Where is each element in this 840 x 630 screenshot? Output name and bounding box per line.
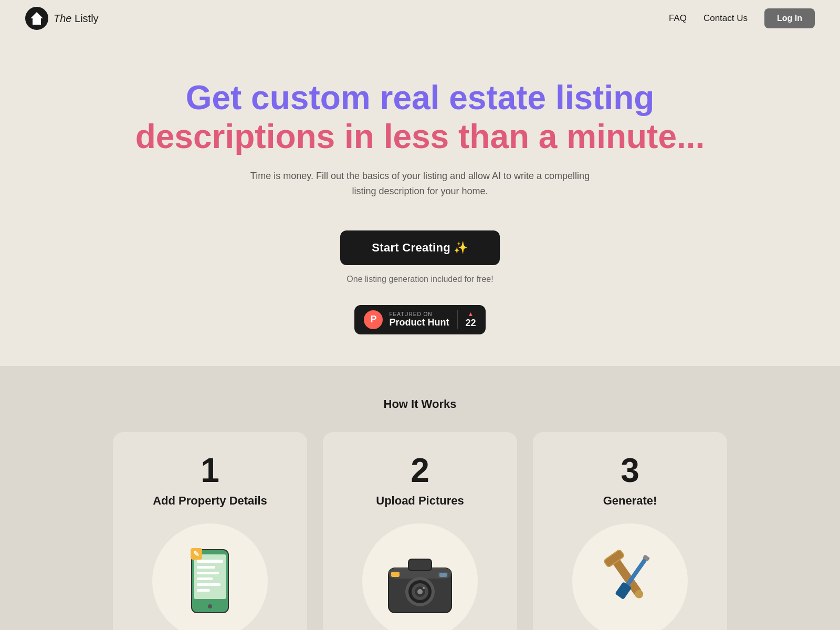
step-3-title: Generate! bbox=[603, 494, 657, 508]
product-hunt-text: FEATURED ON Product Hunt bbox=[389, 311, 449, 328]
step-card-1: 1 Add Property Details ✎ bbox=[113, 432, 307, 630]
step-1-icon: ✎ bbox=[171, 542, 249, 621]
product-hunt-logo: P bbox=[364, 310, 383, 329]
hero-subtext: Time is money. Fill out the basics of yo… bbox=[242, 169, 598, 199]
svg-rect-4 bbox=[197, 566, 215, 569]
svg-rect-6 bbox=[197, 578, 213, 580]
svg-rect-21 bbox=[391, 572, 400, 577]
how-it-works-title: How It Works bbox=[42, 397, 798, 411]
hero-headline-part1: Get custom real estate listing bbox=[186, 79, 655, 117]
hero-headline: Get custom real estate listing descripti… bbox=[135, 79, 705, 156]
step-1-image: ✎ bbox=[152, 523, 268, 630]
svg-point-20 bbox=[423, 587, 425, 589]
logo-icon bbox=[25, 7, 48, 30]
step-3-icon bbox=[588, 539, 672, 623]
svg-rect-8 bbox=[197, 589, 210, 592]
step-3-number: 3 bbox=[621, 451, 639, 490]
step-3-image bbox=[572, 523, 688, 630]
ph-featured-label: FEATURED ON bbox=[389, 311, 432, 317]
navbar: The Listly FAQ Contact Us Log In bbox=[0, 0, 840, 37]
step-1-title: Add Property Details bbox=[153, 494, 267, 508]
step-2-number: 2 bbox=[411, 451, 429, 490]
nav-contact-link[interactable]: Contact Us bbox=[704, 13, 748, 24]
nav-links: FAQ Contact Us Log In bbox=[669, 8, 815, 28]
hero-headline-part2: descriptions in less than a minute... bbox=[135, 118, 705, 155]
ph-vote-block: ▲ 22 bbox=[457, 310, 476, 329]
svg-text:✎: ✎ bbox=[193, 550, 200, 558]
svg-rect-7 bbox=[197, 583, 220, 586]
ph-product-name: Product Hunt bbox=[389, 317, 449, 328]
hero-section: Get custom real estate listing descripti… bbox=[0, 37, 840, 366]
step-card-2: 2 Upload Pictures bbox=[323, 432, 517, 630]
step-1-number: 1 bbox=[201, 451, 219, 490]
step-2-icon bbox=[378, 539, 462, 623]
step-2-title: Upload Pictures bbox=[376, 494, 464, 508]
step-card-3: 3 Generate! bbox=[533, 432, 727, 630]
svg-rect-3 bbox=[197, 560, 223, 563]
svg-point-9 bbox=[208, 604, 212, 608]
how-it-works-section: How It Works 1 Add Property Details bbox=[0, 366, 840, 630]
steps-row: 1 Add Property Details ✎ bbox=[42, 432, 798, 630]
login-button[interactable]: Log In bbox=[764, 8, 815, 28]
start-creating-button[interactable]: Start Creating ✨ bbox=[340, 230, 499, 265]
free-note: One listing generation included for free… bbox=[346, 275, 493, 284]
product-hunt-badge[interactable]: P FEATURED ON Product Hunt ▲ 22 bbox=[354, 305, 485, 334]
ph-vote-count: 22 bbox=[465, 318, 476, 329]
nav-faq-link[interactable]: FAQ bbox=[669, 13, 687, 24]
svg-rect-5 bbox=[197, 572, 219, 574]
logo-text: The Listly bbox=[54, 13, 99, 25]
logo-area[interactable]: The Listly bbox=[25, 7, 99, 30]
svg-point-19 bbox=[417, 589, 423, 594]
svg-rect-14 bbox=[408, 559, 432, 571]
step-2-image bbox=[362, 523, 478, 630]
svg-rect-23 bbox=[439, 573, 447, 577]
ph-upvote-arrow: ▲ bbox=[468, 310, 474, 318]
